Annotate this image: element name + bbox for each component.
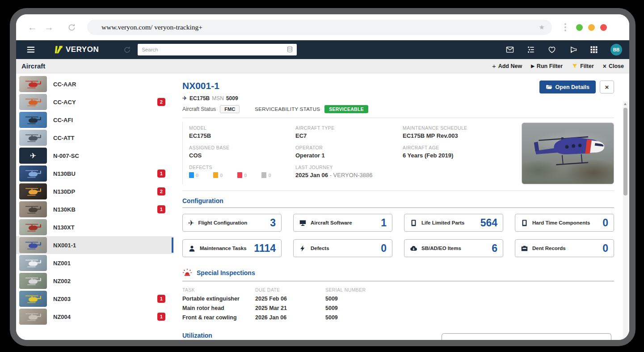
forward-icon[interactable]: → [44, 22, 54, 33]
config-card-life-limited-parts[interactable]: Life Limited Parts564 [404, 214, 503, 232]
browser-window: ← → www.veryon.com/ veryon-tracking+ ★ V… [10, 8, 636, 346]
hamburger-menu-icon[interactable] [26, 45, 36, 55]
plane-icon: ✈ [30, 151, 36, 161]
table-row[interactable]: Portable extinguisher2025 Feb 065009 [182, 294, 614, 303]
traffic-light-yellow[interactable] [588, 24, 595, 31]
table-header-cell: SERIAL NUMBER [325, 287, 614, 294]
table-row[interactable]: Main rotor head2025 Mar 215009 [182, 303, 614, 313]
config-card-aircraft-software[interactable]: Aircraft Software1 [293, 214, 392, 232]
overview-field: AIRCRAFT TYPEEC7 [295, 125, 403, 139]
favorites-heart-icon[interactable] [547, 45, 556, 54]
folder-icon [546, 84, 552, 90]
special-inspections-header: Special Inspections [182, 268, 614, 278]
announcements-megaphone-icon[interactable] [568, 45, 577, 54]
list-item-cc-att[interactable]: CC-ATT [16, 129, 173, 147]
card-count: 0 [602, 242, 608, 254]
close-panel-button[interactable]: × [600, 81, 614, 93]
config-card-hard-time-components[interactable]: Hard Time Components0 [515, 214, 614, 232]
helicopter-thumbnail [19, 76, 47, 92]
url-text[interactable]: www.veryon.com/ veryon-tracking+ [101, 23, 202, 31]
card-label: Defects [311, 246, 329, 251]
bookmark-star-icon[interactable]: ★ [539, 23, 545, 31]
list-item-cc-aar[interactable]: CC-AAR [16, 75, 173, 93]
run-filter-button[interactable]: ▶ Run Filter [531, 63, 563, 69]
aircraft-photo [522, 123, 614, 184]
close-button[interactable]: × Close [603, 63, 624, 70]
table-row[interactable]: Front & rear cowling2026 Jan 065009 [182, 313, 614, 322]
list-item-nz002[interactable]: NZ002 [16, 272, 173, 290]
aircraft-status-chip[interactable]: FMC [220, 105, 240, 113]
table-cell: 2026 Jan 06 [255, 313, 325, 322]
aircraft-detail-panel: NX001-1 Open Details × ✈ EC175B MSN 5009… [173, 73, 629, 340]
config-card-dent-records[interactable]: Dent Records0 [515, 239, 614, 257]
open-details-button[interactable]: Open Details [539, 81, 596, 93]
veryon-logo[interactable]: VERYON [54, 45, 99, 55]
alert-count-badge: 1 [157, 170, 165, 178]
panel-scrollbar[interactable] [623, 102, 628, 340]
traffic-light-red[interactable] [600, 24, 607, 31]
serviceability-badge: SERVICEABLE [324, 105, 368, 113]
page-actions: + Add New ▶ Run Filter Filter × Close [492, 62, 624, 70]
list-item-n130kb[interactable]: N130KB1 [16, 200, 173, 218]
navbar-actions: BB [505, 44, 622, 55]
list-item-n130dp[interactable]: N130DP2 [16, 182, 173, 200]
list-item-nz004[interactable]: NZ0041 [16, 308, 173, 326]
user-avatar[interactable]: BB [610, 44, 622, 55]
list-item-nz001[interactable]: NZ001 [16, 254, 173, 272]
config-card-defects[interactable]: Defects0 [293, 239, 392, 257]
defect-count-value: 0 [268, 173, 271, 178]
defect-color-square [189, 172, 194, 178]
reload-icon[interactable] [67, 23, 76, 32]
list-item-n130bu[interactable]: N130BU1 [16, 165, 173, 182]
helicopter-thumbnail [19, 291, 47, 307]
filter-button[interactable]: Filter [572, 63, 594, 69]
list-item-nz003[interactable]: NZ0031 [16, 290, 173, 308]
person-icon [188, 245, 196, 252]
table-cell: 2025 Feb 06 [255, 294, 325, 303]
special-inspections-title: Special Inspections [197, 269, 255, 276]
config-card-sb-ad-eo-items[interactable]: SB/AD/EO Items6 [404, 239, 503, 257]
traffic-light-green[interactable] [576, 24, 583, 31]
traffic-lights[interactable] [576, 24, 607, 31]
veryon-logo-mark-icon [54, 45, 63, 55]
aircraft-registration-label: CC-AFI [53, 117, 73, 123]
defect-count: 0 [213, 172, 223, 178]
address-bar[interactable]: www.veryon.com/ veryon-tracking+ ★ [87, 20, 552, 35]
list-item-cc-acy[interactable]: CC-ACY2 [16, 93, 173, 111]
search-input[interactable] [138, 44, 297, 55]
helicopter-icon [23, 240, 43, 250]
scroll-up-arrow-icon[interactable] [624, 103, 627, 105]
table-cell: Main rotor head [182, 303, 255, 313]
overview-field: OPERATOROperator 1 [295, 145, 403, 159]
add-new-button[interactable]: + Add New [492, 62, 522, 70]
card-count: 6 [492, 242, 497, 254]
database-icon[interactable] [286, 46, 294, 53]
card-label: Maintenance Tasks [200, 246, 247, 251]
apps-grid-icon[interactable] [589, 45, 598, 54]
list-item-n-007-sc[interactable]: ✈N-007-SC [16, 147, 173, 165]
list-item-n130xt[interactable]: N130XT [16, 218, 173, 236]
siren-icon [182, 268, 192, 278]
helicopter-thumbnail [19, 201, 47, 217]
helicopter-thumbnail [19, 183, 47, 199]
aircraft-registration-label: N130KB [53, 206, 76, 213]
messages-icon[interactable] [505, 45, 514, 54]
msn-value: 5009 [226, 95, 238, 102]
refresh-icon[interactable] [123, 46, 131, 54]
aircraft-registration-label: CC-ACY [53, 99, 76, 106]
table-header-cell: DUE DATE [255, 287, 325, 294]
list-item-nx001-1[interactable]: NX001-1 [16, 236, 173, 254]
scrollbar-thumb[interactable] [623, 108, 627, 195]
config-card-flight-configuration[interactable]: ✈Flight Configuration3 [182, 214, 282, 232]
browser-menu-icon[interactable] [564, 23, 566, 31]
phone-icon [410, 219, 417, 227]
list-item-cc-afi[interactable]: CC-AFI [16, 111, 173, 129]
task-queue-icon[interactable] [526, 45, 535, 54]
bolt-icon [299, 245, 307, 252]
config-card-maintenance-tasks[interactable]: Maintenance Tasks1114 [182, 239, 282, 257]
helicopter-icon [23, 311, 43, 322]
back-icon[interactable]: ← [28, 22, 37, 33]
helicopter-thumbnail [19, 165, 47, 182]
divider [182, 118, 614, 118]
search-box [138, 44, 297, 55]
